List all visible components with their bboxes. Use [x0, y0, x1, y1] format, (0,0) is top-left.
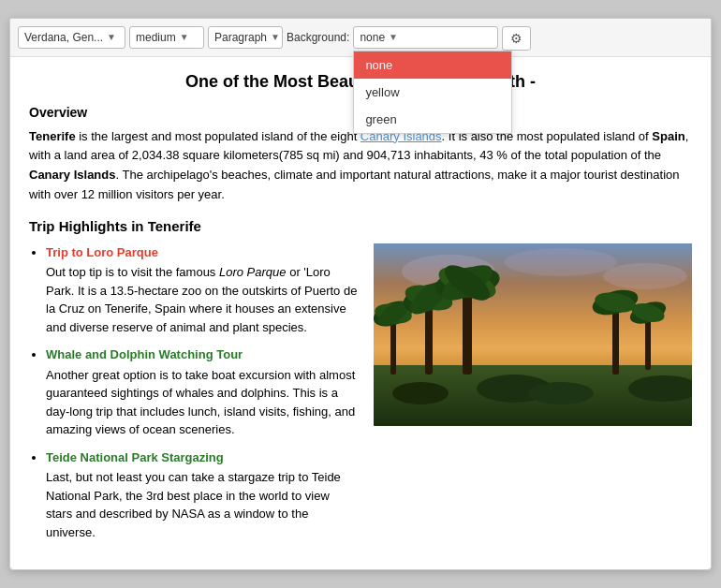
overview-paragraph: Tenerife is the largest and most populat… — [29, 127, 692, 205]
svg-point-2 — [505, 248, 617, 276]
list-item-1: Trip to Loro Parque Out top tip is to vi… — [46, 243, 359, 337]
paragraph-selector[interactable]: Paragraph ▼ — [208, 26, 283, 49]
bg-arrow-icon: ▼ — [389, 32, 398, 42]
size-label: medium — [136, 31, 176, 44]
trip-image-svg — [374, 243, 692, 426]
highlights-section: Trip to Loro Parque Out top tip is to vi… — [29, 243, 692, 551]
item1-title: Trip to Loro Parque — [46, 243, 359, 262]
background-dropdown-menu: none yellow green — [353, 51, 512, 134]
svg-rect-5 — [390, 318, 396, 375]
background-label: Background: — [287, 31, 349, 44]
overview-text-1: is the largest and most populated island… — [76, 129, 360, 143]
svg-point-25 — [528, 382, 594, 404]
svg-rect-9 — [425, 304, 433, 375]
overview-text-4: . The archipelago's beaches, climate and… — [29, 168, 680, 201]
spain-bold: Spain — [652, 129, 684, 143]
font-label: Verdana, Gen... — [24, 31, 103, 44]
paragraph-arrow-icon: ▼ — [271, 32, 280, 42]
bg-option-yellow[interactable]: yellow — [354, 79, 511, 106]
trip-image-container — [374, 243, 692, 551]
background-dropdown-wrapper: none ▼ none yellow green — [353, 26, 498, 49]
svg-rect-18 — [612, 309, 619, 375]
item2-title: Whale and Dolphin Watching Tour — [46, 345, 359, 364]
size-selector[interactable]: medium ▼ — [129, 26, 204, 49]
main-window: Verdana, Gen... ▼ medium ▼ Paragraph ▼ B… — [9, 18, 712, 571]
list-item-3: Teide National Park Stargazing Last, but… — [46, 448, 359, 542]
document-content: One of the Most Beautiful Islands on Ear… — [10, 57, 711, 570]
font-selector[interactable]: Verdana, Gen... ▼ — [18, 26, 125, 49]
bg-selected-label: none — [360, 31, 385, 44]
item2-text: Another great option is to take boat exc… — [46, 368, 355, 437]
bg-option-green[interactable]: green — [354, 106, 511, 133]
list-item-2: Whale and Dolphin Watching Tour Another … — [46, 345, 359, 439]
toolbar: Verdana, Gen... ▼ medium ▼ Paragraph ▼ B… — [10, 19, 711, 57]
item1-text: Out top tip is to visit the famous Loro … — [46, 265, 357, 334]
size-arrow-icon: ▼ — [180, 32, 189, 42]
svg-point-3 — [603, 263, 687, 289]
highlights-heading: Trip Highlights in Tenerife — [29, 218, 692, 234]
svg-rect-13 — [463, 290, 472, 375]
canary-islands-bold: Canary Islands — [29, 168, 116, 182]
item3-title: Teide National Park Stargazing — [46, 448, 359, 467]
item3-text: Last, but not least you can take a starg… — [46, 470, 341, 539]
highlights-list-container: Trip to Loro Parque Out top tip is to vi… — [29, 243, 359, 551]
bg-option-none[interactable]: none — [354, 51, 511, 79]
paragraph-label: Paragraph — [214, 31, 267, 44]
tenerife-bold: Tenerife — [29, 129, 76, 143]
font-arrow-icon: ▼ — [107, 32, 116, 42]
trip-image — [374, 243, 692, 426]
svg-rect-21 — [645, 318, 651, 370]
svg-point-26 — [392, 382, 449, 404]
highlights-list: Trip to Loro Parque Out top tip is to vi… — [29, 243, 359, 542]
background-selector[interactable]: none ▼ — [353, 26, 498, 49]
gear-button[interactable]: ⚙ — [502, 26, 531, 51]
